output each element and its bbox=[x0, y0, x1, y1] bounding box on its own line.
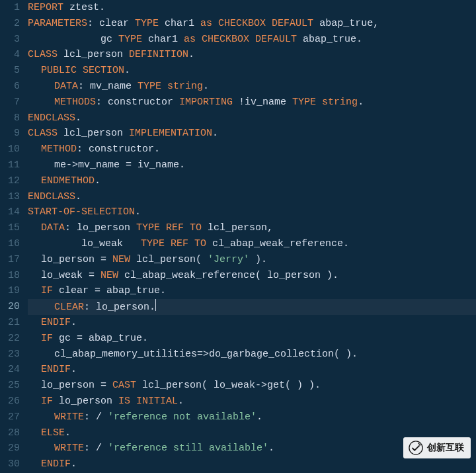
token-id bbox=[212, 18, 218, 29]
line-number: 2 bbox=[0, 16, 20, 32]
line-number: 25 bbox=[0, 378, 20, 394]
token-kw: as bbox=[184, 34, 196, 45]
token-id: lcl_person( bbox=[130, 254, 208, 265]
token-id: . bbox=[268, 443, 274, 454]
token-kw: ENDMETHOD bbox=[41, 175, 95, 187]
watermark-text: 创新互联 bbox=[427, 440, 464, 456]
code-line[interactable]: IF gc = abap_true. bbox=[28, 331, 476, 347]
token-kw: REPORT bbox=[28, 2, 63, 13]
line-number: 20 bbox=[0, 299, 20, 315]
token-id: cl_abap_weak_reference. bbox=[206, 238, 349, 249]
svg-point-0 bbox=[409, 441, 422, 454]
token-id: . bbox=[257, 411, 262, 423]
token-kw: DEFINITION bbox=[129, 49, 188, 60]
token-id: . bbox=[71, 458, 77, 470]
code-line[interactable]: ENDCLASS. bbox=[28, 189, 476, 205]
token-kw: TYPE bbox=[292, 97, 316, 108]
token-kw: TYPE bbox=[135, 18, 159, 29]
code-line[interactable]: PUBLIC SECTION. bbox=[28, 63, 476, 79]
token-id: lo_person = bbox=[41, 254, 112, 265]
code-line[interactable]: ENDIF. bbox=[28, 315, 476, 331]
token-kw: ENDIF bbox=[41, 458, 71, 470]
code-line[interactable]: IF lo_person IS INITIAL. bbox=[28, 394, 476, 409]
token-kw: NEW bbox=[100, 270, 118, 281]
token-kw: CAST bbox=[112, 380, 136, 391]
token-kw: string bbox=[167, 81, 203, 92]
line-number: 6 bbox=[0, 79, 20, 95]
token-kw: METHOD bbox=[41, 144, 77, 155]
watermark-badge: 创新互联 bbox=[403, 437, 471, 458]
token-id: ). bbox=[249, 254, 267, 265]
token-kw: ENDIF bbox=[41, 317, 71, 328]
code-line[interactable]: IF clear = abap_true. bbox=[28, 283, 476, 299]
code-line[interactable]: CLEAR: lo_person. bbox=[28, 299, 476, 315]
token-id bbox=[316, 97, 322, 108]
token-id: : mv_name bbox=[78, 81, 138, 92]
token-id: lo_person = bbox=[41, 380, 112, 391]
token-id: me->mv_name = iv_name. bbox=[54, 159, 185, 171]
token-id: lcl_person bbox=[58, 128, 129, 139]
token-kw: CHECKBOX DEFAULT bbox=[202, 34, 297, 45]
code-line[interactable]: lo_weak TYPE REF TO cl_abap_weak_referen… bbox=[28, 236, 476, 252]
token-kw: ENDCLASS bbox=[28, 191, 75, 202]
token-id: . bbox=[212, 128, 218, 139]
token-id: lo_weak = bbox=[41, 270, 100, 281]
code-line[interactable]: METHOD: constructor. bbox=[28, 142, 476, 157]
code-line[interactable]: START-OF-SELECTION. bbox=[28, 204, 476, 220]
code-line[interactable]: REPORT ztest. bbox=[28, 0, 476, 16]
token-id: !iv_name bbox=[233, 97, 292, 108]
line-number: 26 bbox=[0, 394, 20, 409]
token-str: 'Jerry' bbox=[208, 254, 249, 265]
token-kw: IMPORTING bbox=[179, 97, 233, 108]
line-number: 5 bbox=[0, 63, 20, 79]
code-line[interactable]: ENDCLASS. bbox=[28, 110, 476, 126]
code-line[interactable]: lo_weak = NEW cl_abap_weak_reference( lo… bbox=[28, 268, 476, 284]
token-id: : clear bbox=[87, 18, 135, 29]
token-id: . bbox=[203, 81, 209, 92]
code-line[interactable]: CLASS lcl_person IMPLEMENTATION. bbox=[28, 126, 476, 142]
token-kw: as bbox=[200, 18, 212, 29]
line-number: 24 bbox=[0, 362, 20, 378]
code-line[interactable]: lo_person = NEW lcl_person( 'Jerry' ). bbox=[28, 252, 476, 268]
token-id bbox=[196, 34, 202, 45]
code-line[interactable]: me->mv_name = iv_name. bbox=[28, 157, 476, 173]
line-number: 14 bbox=[0, 204, 20, 220]
line-number: 12 bbox=[0, 173, 20, 189]
token-kw: ENDIF bbox=[41, 364, 71, 375]
code-line[interactable]: CLASS lcl_person DEFINITION. bbox=[28, 47, 476, 63]
token-kw: string bbox=[322, 97, 358, 108]
token-id: abap_true, bbox=[313, 18, 379, 29]
code-line[interactable]: ENDIF. bbox=[28, 456, 476, 472]
code-line[interactable]: DATA: lo_person TYPE REF TO lcl_person, bbox=[28, 220, 476, 236]
token-id: lcl_person( lo_weak->get( ) ). bbox=[136, 380, 321, 391]
token-id: cl_abap_memory_utilities=>do_garbage_col… bbox=[54, 349, 358, 360]
token-id: . bbox=[71, 364, 77, 375]
code-area[interactable]: REPORT ztest.PARAMETERS: clear TYPE char… bbox=[28, 0, 476, 473]
token-kw: CLASS bbox=[28, 128, 58, 139]
code-line[interactable]: ENDIF. bbox=[28, 362, 476, 378]
token-kw: PARAMETERS bbox=[28, 18, 87, 29]
token-id: : / bbox=[84, 443, 108, 454]
line-number: 23 bbox=[0, 347, 20, 363]
text-cursor bbox=[155, 299, 156, 311]
token-kw: WRITE bbox=[54, 443, 84, 454]
code-line[interactable]: ENDMETHOD. bbox=[28, 173, 476, 189]
token-id: lo_person bbox=[53, 396, 118, 407]
token-kw: METHODS bbox=[54, 97, 96, 108]
token-id bbox=[161, 81, 167, 92]
token-kw: PUBLIC SECTION bbox=[41, 65, 124, 76]
code-line[interactable]: PARAMETERS: clear TYPE char1 as CHECKBOX… bbox=[28, 16, 476, 32]
code-line[interactable]: METHODS: constructor IMPORTING !iv_name … bbox=[28, 95, 476, 110]
code-line[interactable]: gc TYPE char1 as CHECKBOX DEFAULT abap_t… bbox=[28, 32, 476, 48]
code-line[interactable]: DATA: mv_name TYPE string. bbox=[28, 79, 476, 95]
code-line[interactable]: cl_abap_memory_utilities=>do_garbage_col… bbox=[28, 347, 476, 363]
code-line[interactable]: WRITE: / 'reference not available'. bbox=[28, 409, 476, 425]
token-id: : constructor bbox=[96, 97, 179, 108]
code-editor[interactable]: 1234567891011121314151617181920212223242… bbox=[0, 0, 476, 473]
code-line[interactable]: lo_person = CAST lcl_person( lo_weak->ge… bbox=[28, 378, 476, 394]
line-number: 30 bbox=[0, 456, 20, 472]
token-id: : lo_person. bbox=[84, 302, 155, 313]
token-id: . bbox=[65, 427, 71, 439]
token-id: ztest. bbox=[63, 2, 105, 13]
token-id: cl_abap_weak_reference( lo_person ). bbox=[118, 270, 338, 281]
